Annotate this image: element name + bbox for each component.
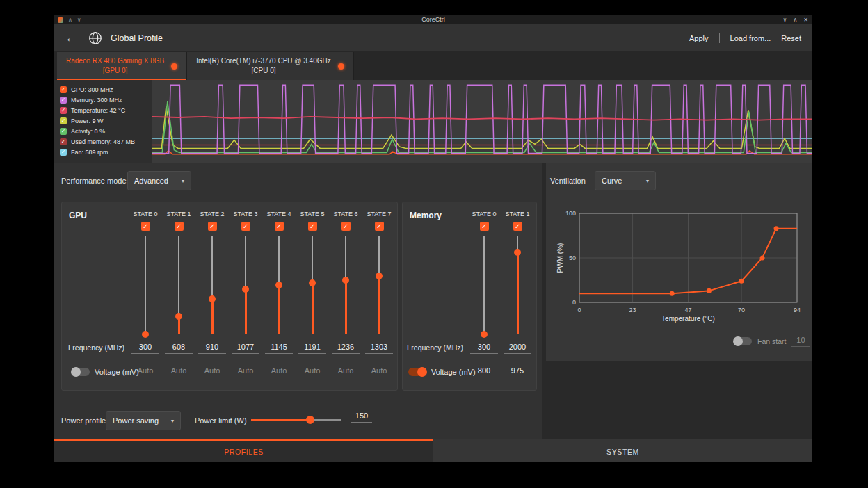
legend-checkbox[interactable]: ✓	[60, 138, 67, 145]
voltage-value[interactable]: Auto	[298, 366, 326, 377]
legend-checkbox[interactable]: ✓	[60, 117, 67, 124]
slider-handle[interactable]	[481, 331, 488, 338]
voltage-value[interactable]: Auto	[332, 366, 360, 377]
titlebar-pin-icon[interactable]: ∧	[68, 15, 72, 24]
frequency-slider[interactable]	[175, 236, 183, 334]
power-profile-select[interactable]: Power saving ▾	[106, 411, 181, 430]
frequency-value[interactable]: 1191	[298, 343, 326, 354]
slider-handle[interactable]	[142, 331, 149, 338]
fan-curve-chart: 023477094050100Temperature (°C)PWM (%)	[555, 206, 805, 326]
frequency-value[interactable]: 1077	[232, 343, 259, 354]
voltage-value[interactable]: Auto	[265, 366, 293, 377]
state-checkbox[interactable]: ✓	[241, 222, 250, 231]
legend-checkbox[interactable]: ✓	[60, 128, 67, 135]
close-icon[interactable]: ✕	[803, 17, 808, 23]
frequency-value[interactable]: 2000	[504, 343, 531, 354]
frequency-value[interactable]: 1303	[365, 343, 393, 354]
state-checkbox[interactable]: ✓	[308, 222, 317, 231]
ventilation-mode-select[interactable]: Curve ▾	[595, 171, 656, 190]
slider-handle[interactable]	[376, 273, 383, 279]
legend-checkbox[interactable]: ✓	[60, 97, 67, 104]
chevron-down-icon: ▾	[646, 178, 649, 184]
frequency-slider[interactable]	[308, 236, 316, 334]
state-label: STATE 6	[333, 211, 357, 220]
frequency-slider[interactable]	[275, 236, 283, 334]
legend-checkbox[interactable]: ✓	[60, 149, 67, 156]
voltage-value[interactable]: Auto	[365, 366, 393, 377]
apply-button[interactable]: Apply	[689, 34, 709, 42]
slider-track	[483, 236, 485, 334]
voltage-value[interactable]: Auto	[232, 366, 259, 377]
fan-start-value[interactable]: 10	[791, 336, 810, 347]
frequency-value[interactable]: 1236	[332, 343, 360, 354]
state-label: STATE 1	[166, 211, 191, 220]
state-checkbox[interactable]: ✓	[175, 222, 184, 231]
frequency-value[interactable]: 1145	[265, 343, 293, 354]
frequency-value[interactable]: 300	[470, 343, 498, 354]
tab-system[interactable]: SYSTEM	[433, 439, 812, 462]
fan-start-toggle[interactable]	[734, 337, 752, 345]
frequency-slider[interactable]	[375, 236, 383, 334]
slider-handle[interactable]	[342, 277, 349, 284]
back-button[interactable]: ←	[65, 32, 77, 44]
device-tab[interactable]: Radeon RX 480 Gaming X 8GB[GPU 0]	[57, 52, 187, 80]
state-label: STATE 0	[133, 211, 157, 220]
state-checkbox[interactable]: ✓	[141, 222, 150, 231]
sensor-indicator-icon	[338, 63, 344, 70]
power-limit-label: Power limit (W)	[195, 416, 247, 425]
legend-checkbox[interactable]: ✓	[60, 86, 67, 93]
device-tab[interactable]: Intel(R) Core(TM) i7-3770 CPU @ 3.40GHz[…	[187, 52, 354, 80]
bottom-tabbar: PROFILES SYSTEM	[54, 439, 812, 462]
state-checkbox[interactable]: ✓	[480, 222, 489, 231]
svg-text:100: 100	[565, 210, 576, 217]
voltage-toggle[interactable]	[72, 368, 90, 376]
frequency-slider[interactable]	[513, 236, 522, 334]
fan-curve-point[interactable]	[670, 291, 675, 296]
slider-handle[interactable]	[306, 416, 314, 424]
fan-curve-point[interactable]	[760, 256, 765, 261]
slider-handle[interactable]	[175, 313, 182, 320]
power-limit-slider[interactable]	[251, 416, 341, 424]
fan-curve-point[interactable]	[739, 279, 744, 284]
voltage-toggle[interactable]	[408, 368, 426, 376]
frequency-row-label: Frequency (MHz)	[403, 343, 463, 352]
voltage-value[interactable]: Auto	[198, 366, 226, 377]
legend-label: Temperature: 42 °C	[71, 107, 125, 114]
power-profile-label: Power profile	[61, 416, 106, 425]
voltage-value[interactable]: 975	[504, 366, 531, 377]
performance-mode-select[interactable]: Advanced ▾	[127, 171, 191, 190]
maximize-icon[interactable]: ∧	[793, 17, 797, 23]
state-checkbox[interactable]: ✓	[513, 222, 522, 231]
tab-profiles[interactable]: PROFILES	[54, 439, 433, 462]
state-checkbox[interactable]: ✓	[375, 222, 384, 231]
minimize-icon[interactable]: ∨	[783, 17, 787, 23]
voltage-value[interactable]: Auto	[131, 366, 159, 377]
slider-handle[interactable]	[242, 286, 249, 293]
frequency-value[interactable]: 910	[198, 343, 226, 354]
reset-button[interactable]: Reset	[781, 34, 801, 42]
frequency-value[interactable]: 300	[131, 343, 159, 354]
power-limit-value[interactable]: 150	[351, 412, 372, 423]
frequency-slider[interactable]	[241, 236, 250, 334]
svg-text:47: 47	[684, 307, 691, 314]
frequency-slider[interactable]	[208, 236, 216, 334]
slider-handle[interactable]	[514, 249, 521, 256]
state-checkbox[interactable]: ✓	[341, 222, 351, 231]
state-checkbox[interactable]: ✓	[208, 222, 217, 231]
frequency-value[interactable]: 608	[165, 343, 193, 354]
fan-curve-point[interactable]	[774, 226, 779, 231]
fan-curve-point[interactable]	[707, 288, 712, 293]
slider-handle[interactable]	[275, 282, 282, 288]
load-from-button[interactable]: Load from...	[730, 34, 771, 42]
frequency-slider[interactable]	[141, 236, 150, 334]
slider-handle[interactable]	[209, 295, 216, 302]
state-checkbox[interactable]: ✓	[275, 222, 284, 231]
legend-checkbox[interactable]: ✓	[60, 107, 67, 114]
page-title: Global Profile	[111, 33, 163, 43]
voltage-value[interactable]: 800	[470, 366, 498, 377]
voltage-value[interactable]: Auto	[165, 366, 193, 377]
titlebar-shade-icon[interactable]: ∨	[77, 15, 81, 24]
frequency-slider[interactable]	[480, 236, 488, 334]
slider-handle[interactable]	[309, 279, 316, 286]
frequency-slider[interactable]	[341, 236, 350, 334]
